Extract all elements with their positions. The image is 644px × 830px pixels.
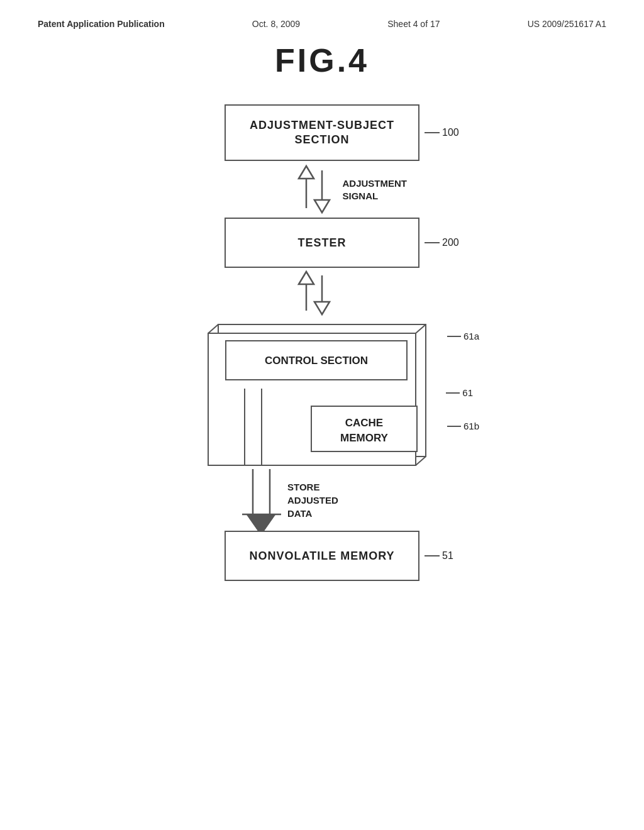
- ref-61b: 61b: [447, 421, 479, 431]
- svg-text:CACHE: CACHE: [345, 417, 383, 429]
- tester-label: TESTER: [297, 236, 346, 250]
- svg-marker-1: [299, 166, 314, 179]
- svg-line-10: [208, 324, 218, 333]
- bi-arrow-1-container: ADJUSTMENT SIGNAL: [225, 161, 419, 218]
- svg-marker-7: [314, 302, 330, 314]
- header-publication: Patent Application Publication: [38, 19, 165, 29]
- header-patent-number: US 2009/251617 A1: [528, 19, 606, 29]
- bi-arrow-2-svg: [225, 268, 419, 318]
- diagram: ADJUSTMENT-SUBJECTSECTION 100 ADJUSTMENT…: [38, 104, 606, 581]
- controller-3d-svg: CONTROL SECTION CACHE MEMORY: [199, 318, 445, 469]
- adjustment-subject-box: ADJUSTMENT-SUBJECTSECTION: [225, 104, 419, 161]
- adjustment-signal-label: ADJUSTMENT SIGNAL: [342, 177, 407, 202]
- tester-box: TESTER: [225, 218, 419, 268]
- adjustment-subject-label: ADJUSTMENT-SUBJECTSECTION: [250, 118, 394, 148]
- nonvolatile-memory-label: NONVOLATILE MEMORY: [250, 550, 395, 563]
- header-date: Oct. 8, 2009: [252, 19, 300, 29]
- controller-outer-container: CONTROL SECTION CACHE MEMORY 61a 61: [199, 318, 445, 469]
- header: Patent Application Publication Oct. 8, 2…: [38, 19, 606, 29]
- bi-arrow-2-container: [225, 268, 419, 318]
- page: Patent Application Publication Oct. 8, 2…: [0, 0, 644, 830]
- ref-100: 100: [425, 127, 459, 138]
- svg-marker-3: [314, 200, 330, 213]
- svg-rect-17: [311, 406, 417, 451]
- nonvolatile-memory-box: NONVOLATILE MEMORY: [225, 531, 419, 581]
- header-sheet: Sheet 4 of 17: [387, 19, 440, 29]
- ref-200: 200: [425, 237, 459, 248]
- svg-text:MEMORY: MEMORY: [340, 432, 389, 444]
- svg-marker-5: [299, 272, 314, 284]
- ref-61: 61: [446, 387, 473, 398]
- down-arrow-container: STORE ADJUSTED DATA: [199, 469, 445, 538]
- store-adjusted-data-label: STORE ADJUSTED DATA: [287, 480, 338, 520]
- figure-title: FIG.4: [38, 42, 606, 79]
- svg-text:CONTROL SECTION: CONTROL SECTION: [265, 355, 368, 367]
- svg-line-12: [416, 456, 426, 465]
- ref-61a: 61a: [447, 331, 479, 341]
- ref-51: 51: [425, 550, 453, 562]
